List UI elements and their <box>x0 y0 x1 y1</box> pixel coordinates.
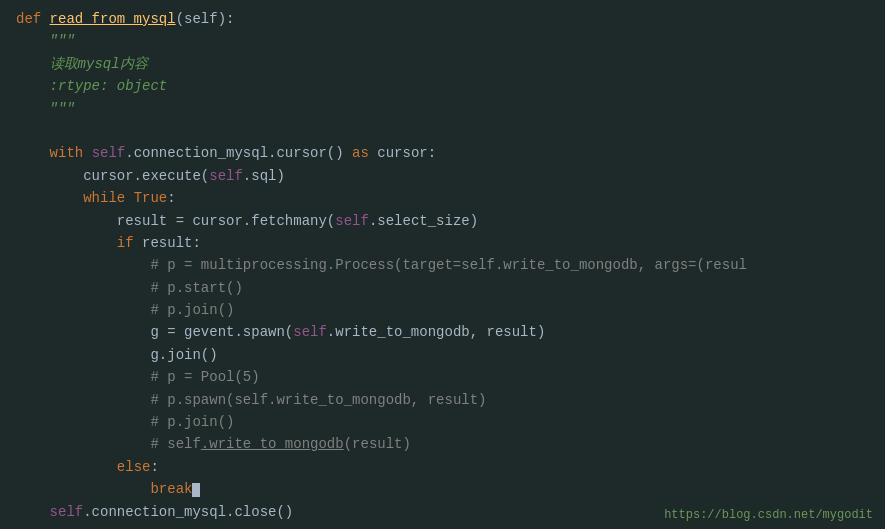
code-token: True <box>134 190 168 206</box>
code-line: if result: <box>16 232 885 254</box>
code-token: # <box>16 436 167 452</box>
code-line: with self.connection_mysql.cursor() as c… <box>16 142 885 164</box>
code-line: g.join() <box>16 344 885 366</box>
code-token: self <box>234 392 268 408</box>
code-token: result = cursor.fetchmany( <box>16 213 335 229</box>
code-token <box>16 459 117 475</box>
code-line: """ <box>16 30 885 52</box>
code-token <box>16 235 117 251</box>
code-token: .write_to_mongodb <box>201 436 344 452</box>
code-token: ) <box>251 369 259 385</box>
code-token: : <box>167 190 175 206</box>
code-line: 读取mysql内容 <box>16 53 885 75</box>
code-token: read_from_mysql <box>50 11 176 27</box>
code-token: cursor: <box>369 145 436 161</box>
text-cursor <box>192 483 200 497</box>
code-token: g = gevent.spawn( <box>16 324 293 340</box>
code-token: def <box>16 11 50 27</box>
code-token: # p = multiprocessing.Process(target= <box>16 257 461 273</box>
code-token <box>16 78 50 94</box>
code-token: ( <box>176 11 184 27</box>
code-token: self <box>167 436 201 452</box>
code-token: result: <box>142 235 201 251</box>
code-token: :rtype: <box>50 78 109 94</box>
code-token: .connection_mysql.close() <box>83 504 293 520</box>
code-token: 读取mysql内容 <box>16 56 148 72</box>
code-token: .write_to_mongodb, result) <box>327 324 545 340</box>
code-line: # p = multiprocessing.Process(target=sel… <box>16 254 885 276</box>
code-token: """ <box>16 101 75 117</box>
code-token: # p.join() <box>16 414 234 430</box>
code-token: # p.spawn( <box>16 392 234 408</box>
code-token: as <box>352 145 369 161</box>
code-token: g.join() <box>16 347 218 363</box>
code-token <box>16 145 50 161</box>
code-token: self <box>461 257 495 273</box>
code-token: self <box>92 145 126 161</box>
code-token: else <box>117 459 151 475</box>
code-token: with <box>50 145 92 161</box>
code-token <box>16 504 50 520</box>
code-token: # p.join() <box>16 302 234 318</box>
code-token: .write_to_mongodb, result) <box>268 392 486 408</box>
code-token <box>16 190 83 206</box>
code-line <box>16 120 885 142</box>
code-token: """ <box>16 33 75 49</box>
code-token: if <box>117 235 142 251</box>
code-token: 5 <box>243 369 251 385</box>
code-line: """ <box>16 98 885 120</box>
code-token: ): <box>218 11 235 27</box>
code-token: self <box>293 324 327 340</box>
code-token: (result) <box>344 436 411 452</box>
code-line: result = cursor.fetchmany(self.select_si… <box>16 210 885 232</box>
code-line: :rtype: object <box>16 75 885 97</box>
code-token: .select_size) <box>369 213 478 229</box>
code-line: def read_from_mysql(self): <box>16 8 885 30</box>
code-token: .write_to_mongodb, args=(resul <box>495 257 747 273</box>
code-token <box>16 481 150 497</box>
code-token: object <box>108 78 167 94</box>
url-text: https://blog.csdn.net/mygodit <box>664 508 873 522</box>
code-line: # p.join() <box>16 411 885 433</box>
code-line: # p = Pool(5) <box>16 366 885 388</box>
code-token: : <box>150 459 158 475</box>
code-line: # p.spawn(self.write_to_mongodb, result) <box>16 389 885 411</box>
code-token: self <box>209 168 243 184</box>
code-token: self <box>50 504 84 520</box>
code-token: self <box>184 11 218 27</box>
code-line: # p.join() <box>16 299 885 321</box>
code-token: break <box>150 481 192 497</box>
code-editor: def read_from_mysql(self): """ 读取mysql内容… <box>0 0 885 529</box>
code-line: cursor.execute(self.sql) <box>16 165 885 187</box>
code-line: else: <box>16 456 885 478</box>
code-token: .sql) <box>243 168 285 184</box>
code-line: break <box>16 478 885 500</box>
code-token: cursor.execute( <box>16 168 209 184</box>
code-line: # self.write_to_mongodb(result) <box>16 433 885 455</box>
code-line: while True: <box>16 187 885 209</box>
code-token: while <box>83 190 133 206</box>
code-line: # p.start() <box>16 277 885 299</box>
code-line: g = gevent.spawn(self.write_to_mongodb, … <box>16 321 885 343</box>
code-token: # p.start() <box>16 280 243 296</box>
code-token: # p = Pool( <box>16 369 243 385</box>
code-token: .connection_mysql.cursor() <box>125 145 352 161</box>
url-bar: https://blog.csdn.net/mygodit <box>652 502 885 529</box>
code-token: self <box>335 213 369 229</box>
